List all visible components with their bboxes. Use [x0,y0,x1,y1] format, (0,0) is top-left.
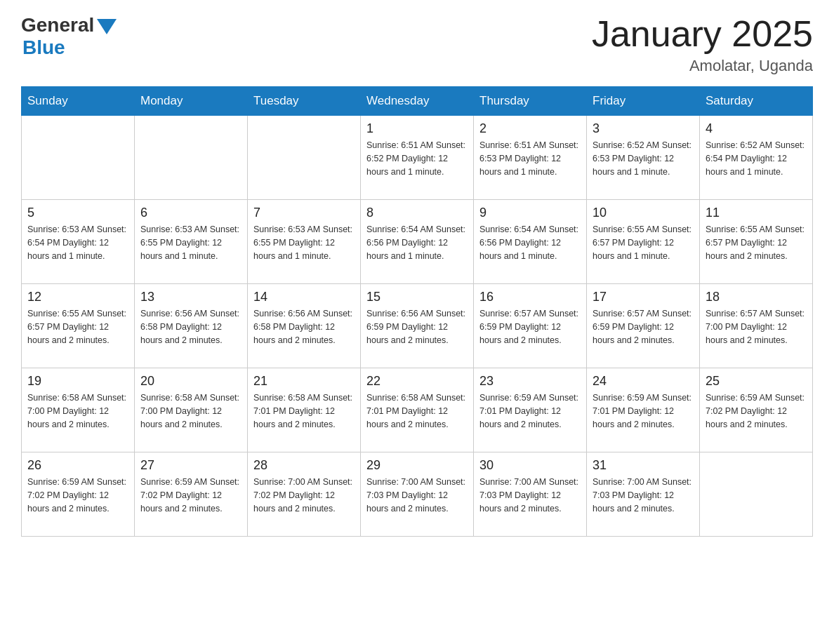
calendar-cell: 7Sunrise: 6:53 AM Sunset: 6:55 PM Daylig… [248,200,361,284]
calendar-cell: 27Sunrise: 6:59 AM Sunset: 7:02 PM Dayli… [135,452,248,537]
calendar-cell: 21Sunrise: 6:58 AM Sunset: 7:01 PM Dayli… [248,368,361,452]
calendar-cell: 24Sunrise: 6:59 AM Sunset: 7:01 PM Dayli… [587,368,700,452]
week-row-3: 12Sunrise: 6:55 AM Sunset: 6:57 PM Dayli… [22,284,813,368]
day-info: Sunrise: 6:56 AM Sunset: 6:58 PM Dayligh… [140,307,241,347]
weekday-header-wednesday: Wednesday [361,87,474,116]
weekday-header-sunday: Sunday [22,87,135,116]
day-info: Sunrise: 6:57 AM Sunset: 7:00 PM Dayligh… [706,307,807,347]
calendar-cell: 23Sunrise: 6:59 AM Sunset: 7:01 PM Dayli… [474,368,587,452]
day-number: 20 [140,374,241,389]
day-info: Sunrise: 6:55 AM Sunset: 6:57 PM Dayligh… [706,223,807,262]
calendar-cell [22,116,135,200]
day-number: 13 [140,290,241,304]
day-number: 31 [593,458,694,473]
day-number: 21 [253,374,355,389]
day-number: 27 [140,458,241,473]
weekday-header-thursday: Thursday [474,87,587,116]
calendar-cell: 11Sunrise: 6:55 AM Sunset: 6:57 PM Dayli… [700,200,813,284]
calendar-cell: 16Sunrise: 6:57 AM Sunset: 6:59 PM Dayli… [474,284,587,368]
calendar-cell: 3Sunrise: 6:52 AM Sunset: 6:53 PM Daylig… [587,116,700,200]
logo-triangle-icon [97,19,117,34]
day-number: 9 [479,206,581,220]
calendar-cell: 18Sunrise: 6:57 AM Sunset: 7:00 PM Dayli… [700,284,813,368]
day-number: 24 [593,374,694,389]
day-number: 25 [706,374,807,389]
day-number: 19 [27,374,128,389]
day-number: 11 [706,206,807,220]
weekday-header-friday: Friday [587,87,700,116]
calendar-cell: 14Sunrise: 6:56 AM Sunset: 6:58 PM Dayli… [248,284,361,368]
day-number: 23 [479,374,581,389]
calendar-cell [135,116,248,200]
day-info: Sunrise: 6:58 AM Sunset: 7:00 PM Dayligh… [140,391,241,431]
day-number: 5 [27,206,128,220]
day-info: Sunrise: 6:59 AM Sunset: 7:02 PM Dayligh… [706,391,807,431]
calendar-cell: 25Sunrise: 6:59 AM Sunset: 7:02 PM Dayli… [700,368,813,452]
day-info: Sunrise: 7:00 AM Sunset: 7:03 PM Dayligh… [479,476,581,515]
week-row-5: 26Sunrise: 6:59 AM Sunset: 7:02 PM Dayli… [22,452,813,537]
calendar-cell: 13Sunrise: 6:56 AM Sunset: 6:58 PM Dayli… [135,284,248,368]
calendar-cell: 2Sunrise: 6:51 AM Sunset: 6:53 PM Daylig… [474,116,587,200]
calendar-cell: 8Sunrise: 6:54 AM Sunset: 6:56 PM Daylig… [361,200,474,284]
calendar-cell: 30Sunrise: 7:00 AM Sunset: 7:03 PM Dayli… [474,452,587,537]
calendar-cell: 31Sunrise: 7:00 AM Sunset: 7:03 PM Dayli… [587,452,700,537]
calendar-cell: 6Sunrise: 6:53 AM Sunset: 6:55 PM Daylig… [135,200,248,284]
calendar-cell [248,116,361,200]
calendar-cell: 28Sunrise: 7:00 AM Sunset: 7:02 PM Dayli… [248,452,361,537]
day-number: 6 [140,206,241,220]
day-number: 29 [366,458,468,473]
day-number: 28 [253,458,355,473]
day-info: Sunrise: 6:59 AM Sunset: 7:02 PM Dayligh… [27,476,128,515]
calendar-cell: 15Sunrise: 6:56 AM Sunset: 6:59 PM Dayli… [361,284,474,368]
day-number: 2 [479,121,581,136]
day-number: 18 [706,290,807,304]
day-info: Sunrise: 6:56 AM Sunset: 6:59 PM Dayligh… [366,307,468,347]
day-info: Sunrise: 6:55 AM Sunset: 6:57 PM Dayligh… [593,223,694,262]
weekday-header-saturday: Saturday [700,87,813,116]
day-info: Sunrise: 6:52 AM Sunset: 6:54 PM Dayligh… [706,139,807,178]
day-number: 15 [366,290,468,304]
day-info: Sunrise: 6:59 AM Sunset: 7:01 PM Dayligh… [479,391,581,431]
day-info: Sunrise: 7:00 AM Sunset: 7:03 PM Dayligh… [593,476,694,515]
day-info: Sunrise: 6:54 AM Sunset: 6:56 PM Dayligh… [479,223,581,262]
weekday-header-row: SundayMondayTuesdayWednesdayThursdayFrid… [22,87,813,116]
logo-general-text: General [21,14,94,36]
logo: General Blue [21,14,117,59]
calendar-cell: 5Sunrise: 6:53 AM Sunset: 6:54 PM Daylig… [22,200,135,284]
calendar-title: January 2025 [592,14,813,54]
calendar-cell: 4Sunrise: 6:52 AM Sunset: 6:54 PM Daylig… [700,116,813,200]
day-info: Sunrise: 6:51 AM Sunset: 6:52 PM Dayligh… [366,139,468,178]
week-row-1: 1Sunrise: 6:51 AM Sunset: 6:52 PM Daylig… [22,116,813,200]
day-number: 14 [253,290,355,304]
calendar-cell: 29Sunrise: 7:00 AM Sunset: 7:03 PM Dayli… [361,452,474,537]
day-info: Sunrise: 6:58 AM Sunset: 7:01 PM Dayligh… [253,391,355,431]
day-info: Sunrise: 6:54 AM Sunset: 6:56 PM Dayligh… [366,223,468,262]
day-info: Sunrise: 6:56 AM Sunset: 6:58 PM Dayligh… [253,307,355,347]
calendar-cell: 17Sunrise: 6:57 AM Sunset: 6:59 PM Dayli… [587,284,700,368]
calendar-cell: 26Sunrise: 6:59 AM Sunset: 7:02 PM Dayli… [22,452,135,537]
day-info: Sunrise: 6:57 AM Sunset: 6:59 PM Dayligh… [593,307,694,347]
day-number: 12 [27,290,128,304]
day-number: 3 [593,121,694,136]
logo-blue-text: Blue [22,36,65,59]
calendar-table: SundayMondayTuesdayWednesdayThursdayFrid… [21,86,813,537]
day-number: 4 [706,121,807,136]
calendar-cell: 1Sunrise: 6:51 AM Sunset: 6:52 PM Daylig… [361,116,474,200]
title-section: January 2025 Amolatar, Uganda [592,14,813,75]
day-number: 1 [366,121,468,136]
day-info: Sunrise: 6:57 AM Sunset: 6:59 PM Dayligh… [479,307,581,347]
day-info: Sunrise: 7:00 AM Sunset: 7:02 PM Dayligh… [253,476,355,515]
calendar-cell: 20Sunrise: 6:58 AM Sunset: 7:00 PM Dayli… [135,368,248,452]
day-number: 8 [366,206,468,220]
day-info: Sunrise: 6:51 AM Sunset: 6:53 PM Dayligh… [479,139,581,178]
calendar-cell: 9Sunrise: 6:54 AM Sunset: 6:56 PM Daylig… [474,200,587,284]
day-number: 30 [479,458,581,473]
week-row-2: 5Sunrise: 6:53 AM Sunset: 6:54 PM Daylig… [22,200,813,284]
calendar-cell [700,452,813,537]
week-row-4: 19Sunrise: 6:58 AM Sunset: 7:00 PM Dayli… [22,368,813,452]
day-number: 16 [479,290,581,304]
calendar-subtitle: Amolatar, Uganda [592,57,813,75]
day-info: Sunrise: 6:59 AM Sunset: 7:02 PM Dayligh… [140,476,241,515]
calendar-cell: 22Sunrise: 6:58 AM Sunset: 7:01 PM Dayli… [361,368,474,452]
page-header: General Blue January 2025 Amolatar, Ugan… [21,14,813,75]
